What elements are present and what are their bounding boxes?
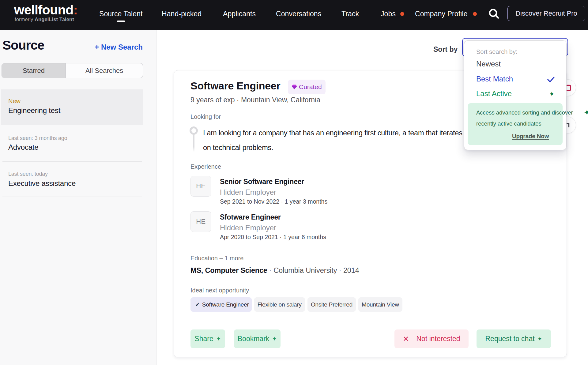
upgrade-promo: Access advanced sorting and discover rec… — [468, 103, 563, 145]
promo-text: Access advanced sorting and discover — [476, 109, 573, 116]
nav-item-conversations[interactable]: Conversations — [276, 10, 321, 18]
gem-icon — [292, 85, 297, 89]
top-navigation: wellfound: formerly AngelList Talent Sou… — [0, 0, 588, 30]
curated-label: Curated — [299, 83, 322, 91]
chip-role: ✓Software Engineer — [190, 297, 252, 312]
divider — [2, 197, 142, 197]
looking-for-label: Looking for — [190, 113, 221, 120]
sort-option-best-match[interactable]: Best Match — [476, 75, 513, 83]
chip-onsite: Onsite Preferred — [307, 297, 356, 312]
card-divider — [190, 320, 551, 320]
experience-label: Experience — [190, 163, 221, 170]
candidate-subtitle: 9 years of exp · Mountain View, Californ… — [190, 96, 320, 104]
sort-menu-header: Sort search by: — [476, 48, 518, 55]
new-search-button[interactable]: + New Search — [95, 43, 143, 51]
chip-salary: Flexible on salary — [254, 297, 305, 312]
education-label: Education – 1 more — [190, 255, 243, 262]
ideal-next-opportunity-label: Ideal next opportunity — [190, 287, 249, 294]
experience-dates: Apr 2020 to Sep 2021 · 1 year 6 months — [220, 234, 326, 241]
nav-item-track[interactable]: Track — [341, 10, 359, 18]
education-school-year: · Columbia University · 2014 — [267, 266, 359, 274]
saved-search-title[interactable]: Engineering test — [8, 106, 60, 115]
saved-search-meta: Last seen: today — [8, 171, 48, 177]
not-interested-button[interactable]: ✕Not interested — [394, 329, 469, 348]
education-line: MS, Computer Science · Columbia Universi… — [190, 266, 359, 275]
sparkle-icon: ✦ — [537, 335, 542, 342]
looking-for-text: on technical problems. — [203, 144, 273, 152]
check-icon — [547, 75, 555, 83]
logo-tagline: formerly AngelList Talent — [15, 17, 74, 22]
chip-location: Mountain View — [358, 297, 402, 312]
curated-badge: Curated — [288, 80, 326, 94]
experience-dates: Sep 2021 to Nov 2022 · 1 year 3 months — [220, 198, 327, 205]
page: wellfound: formerly AngelList Talent Sou… — [0, 0, 588, 365]
sidebar-tabs: Starred All Searches — [2, 63, 143, 78]
company-avatar: HE — [190, 211, 211, 232]
sparkle-icon: ✦ — [584, 108, 588, 117]
saved-search-title[interactable]: Advocate — [8, 143, 38, 152]
preference-chips: ✓Software Engineer Flexible on salary On… — [190, 297, 402, 312]
sort-by-label: Sort by — [433, 45, 458, 54]
sort-option-newest[interactable]: Newest — [476, 60, 501, 68]
saved-search-meta: Last seen: 3 months ago — [8, 135, 67, 141]
wellfound-logo[interactable]: wellfound: — [14, 2, 77, 17]
divider — [2, 161, 142, 162]
sparkle-icon: ✦ — [549, 90, 555, 98]
jobs-notification-dot — [400, 12, 404, 16]
education-degree: MS, Computer Science — [190, 266, 267, 274]
sparkle-icon: ✦ — [216, 335, 221, 342]
experience-company: Hidden Employer — [220, 224, 276, 232]
candidate-name: Software Engineer — [190, 80, 280, 92]
nav-item-jobs[interactable]: Jobs — [381, 10, 396, 18]
looking-for-text: I am looking for a company that has an e… — [203, 129, 462, 137]
sparkle-icon: ✦ — [272, 335, 277, 342]
saved-search-title[interactable]: Executive assistance — [8, 179, 76, 188]
experience-title: Senior Software Engineer — [220, 178, 304, 186]
experience-title: Sfotware Engineer — [220, 213, 281, 221]
company-avatar: HE — [190, 176, 211, 197]
nav-item-company-profile[interactable]: Company Profile — [415, 10, 468, 18]
quote-marker-icon — [190, 126, 198, 135]
logo-colon: : — [73, 2, 77, 17]
check-icon: ✓ — [195, 301, 200, 308]
sort-dropdown-menu: Sort search by: Newest Best Match Last A… — [464, 40, 567, 150]
nav-item-applicants[interactable]: Applicants — [223, 10, 256, 18]
tab-starred[interactable]: Starred — [2, 63, 66, 78]
discover-recruit-pro-button[interactable]: Discover Recruit Pro — [507, 6, 585, 21]
active-nav-underline — [117, 21, 125, 22]
cross-icon: ✕ — [403, 335, 409, 343]
quote-marker-stem — [193, 135, 194, 152]
request-to-chat-button[interactable]: Request to chat✦ — [477, 329, 551, 348]
sort-option-last-active[interactable]: Last Active — [476, 89, 512, 98]
sidebar-title: Source — [2, 38, 44, 53]
promo-text: recently active candidates — [476, 120, 541, 127]
search-icon[interactable] — [488, 8, 499, 19]
share-button[interactable]: Share✦ — [190, 329, 225, 348]
nav-item-hand-picked[interactable]: Hand-picked — [162, 10, 202, 18]
new-badge: New — [8, 98, 21, 105]
tab-all-searches[interactable]: All Searches — [66, 63, 143, 78]
company-profile-notification-dot — [473, 12, 477, 16]
sidebar: Source + New Search Starred All Searches… — [0, 30, 156, 365]
nav-item-source-talent[interactable]: Source Talent — [99, 10, 143, 18]
experience-company: Hidden Employer — [220, 188, 276, 197]
upgrade-now-link[interactable]: Upgrade Now — [512, 133, 549, 140]
logo-brand: wellfound — [14, 2, 73, 17]
bookmark-button[interactable]: Bookmark✦ — [234, 329, 281, 348]
